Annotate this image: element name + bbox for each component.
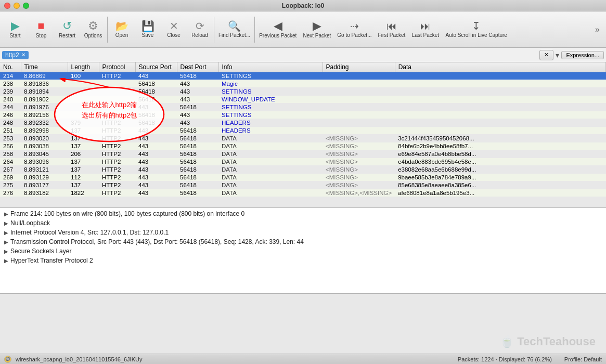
prev-packet-label: Previous Packet [259,33,296,38]
col-header-padding: Padding [323,62,395,72]
table-row[interactable]: 2758.893177137HTTP244356418DATA<MISSING>… [0,181,606,189]
packet-table-container: No. Time Length Protocol Source Port Des… [0,62,606,208]
table-row[interactable]: 2588.893045206HTTP244356418DATA<MISSING>… [0,150,606,158]
close-window-button[interactable] [4,3,10,9]
filter-tag-close[interactable]: ✕ [21,52,25,58]
detail-text: Internet Protocol Version 4, Src: 127.0.… [10,229,169,236]
detail-item[interactable]: ▶Secure Sockets Layer [0,246,606,256]
table-row[interactable]: 2648.893096137HTTP244356418DATA<MISSING>… [0,158,606,166]
table-row[interactable]: 2538.893020137HTTP244356418DATA<MISSING>… [0,135,606,142]
table-cell: SETTINGS [218,111,323,119]
table-cell: DATA [218,135,323,142]
col-header-dstport: Dest Port [177,62,218,72]
autoscroll-button[interactable]: ↧ Auto Scroll in Live Capture [442,14,510,45]
table-cell: 137 [68,181,99,189]
table-cell: 56418 [135,111,177,119]
status-profile: Profile: Default [564,356,602,362]
maximize-window-button[interactable] [23,3,29,9]
minimize-window-button[interactable] [14,3,20,9]
table-row[interactable]: 2678.893121137HTTP244356418DATA<MISSING>… [0,166,606,174]
detail-item[interactable]: ▶HyperText Transfer Protocol 2 [0,256,606,265]
table-cell [395,80,605,88]
table-row[interactable]: 2448.89197644356418SETTINGS [0,103,606,111]
table-cell: 100 [68,72,99,80]
table-cell [395,103,605,111]
table-cell: 137 [68,135,99,142]
table-cell: afe68081e8a1a8e5b195e3... [395,189,605,197]
table-cell: 137 [68,166,99,174]
table-cell: 9baee585b3e8a784e789a9... [395,174,605,181]
table-cell [323,72,395,80]
table-cell: 8.893020 [21,135,68,142]
restart-button[interactable]: ↺ Restart [54,14,80,45]
table-row[interactable]: 2768.8931821822HTTP244356418DATA<MISSING… [0,189,606,197]
first-packet-button[interactable]: ⏮ First Packet [375,14,408,45]
table-cell: 56418 [135,119,177,127]
table-row[interactable]: 2518.892998137HTTP244356418HEADERS [0,127,606,135]
table-cell: 443 [177,88,218,96]
window-title: Loopback: lo0 [282,2,324,9]
reload-button[interactable]: ⟳ Reload [187,14,213,45]
status-filename: wireshark_pcapng_lo0_20160411015546_6JIK… [16,356,142,362]
table-cell: 56418 [177,142,218,150]
detail-item[interactable]: ▶Null/Loopback [0,218,606,228]
last-packet-button[interactable]: ⏭ Last Packet [408,14,442,45]
table-cell: HTTP2 [99,158,135,166]
table-cell: 258 [0,150,21,158]
stop-button[interactable]: ■ Stop [28,14,54,45]
table-cell [68,88,99,96]
next-packet-button[interactable]: ▶ Next Packet [300,14,334,45]
table-row[interactable]: 2398.89189456418443SETTINGS [0,88,606,96]
table-cell: <MISSING> [323,135,395,142]
table-row[interactable]: 2148.86869100HTTP244356418SETTINGS [0,72,606,80]
filter-tag[interactable]: http2 ✕ [2,51,29,59]
restart-label: Restart [59,33,75,38]
save-button[interactable]: 💾 Save [135,14,161,45]
goto-packet-button[interactable]: ⇢ Go to Packet... [334,14,375,45]
table-cell: HTTP2 [99,150,135,158]
table-row[interactable]: 2488.892332379HTTP256418443HEADERS [0,119,606,127]
col-header-length: Length [68,62,99,72]
table-row[interactable]: 2468.89215656418443SETTINGS [0,111,606,119]
toolbar-more-button[interactable]: » [591,25,604,34]
table-row[interactable]: 2698.893129112HTTP244356418DATA<MISSING>… [0,174,606,181]
table-cell: 56418 [135,96,177,103]
table-cell: DATA [218,142,323,150]
table-cell [323,80,395,88]
close-button[interactable]: ✕ Close [161,14,187,45]
filter-expression-button[interactable]: Expression... [561,51,604,59]
table-row[interactable]: 2388.89183656418443Magic [0,80,606,88]
table-row[interactable]: 2408.89190256418443WINDOW_UPDATE [0,96,606,103]
table-cell: <MISSING> [323,174,395,181]
table-cell: <MISSING> [323,158,395,166]
filter-clear-button[interactable]: ✕ [539,50,553,60]
table-row[interactable]: 2568.893038137HTTP244356418DATA<MISSING>… [0,142,606,150]
packet-table: No. Time Length Protocol Source Port Des… [0,62,606,197]
prev-packet-button[interactable]: ◀ Previous Packet [256,14,300,45]
table-cell [323,88,395,96]
detail-item[interactable]: ▶Transmission Control Protocol, Src Port… [0,237,606,246]
table-cell: 112 [68,174,99,181]
start-button[interactable]: ▶ Start [2,14,28,45]
last-packet-icon: ⏭ [420,21,431,31]
table-cell [99,111,135,119]
options-icon: ⚙ [88,20,98,32]
col-header-protocol: Protocol [99,62,135,72]
filter-input[interactable] [31,50,538,60]
toolbar-divider-3 [254,17,255,43]
detail-item[interactable]: ▶Internet Protocol Version 4, Src: 127.0… [0,228,606,237]
detail-item[interactable]: ▶Frame 214: 100 bytes on wire (800 bits)… [0,209,606,218]
detail-arrow-icon: ▶ [4,258,8,264]
open-button[interactable]: 📂 Open [109,14,135,45]
table-cell: <MISSING> [323,166,395,174]
detail-text: Transmission Control Protocol, Src Port:… [10,238,304,245]
table-cell: 443 [135,127,177,135]
find-packet-button[interactable]: 🔍 Find Packet... [215,14,253,45]
options-button[interactable]: ⚙ Options [80,14,106,45]
table-cell: 246 [0,111,21,119]
table-cell: 8.891836 [21,80,68,88]
goto-packet-label: Go to Packet... [337,32,371,38]
table-cell: HEADERS [218,127,323,135]
filter-arrow-button[interactable]: ▾ [556,51,559,59]
filter-tag-label: http2 [5,51,19,59]
